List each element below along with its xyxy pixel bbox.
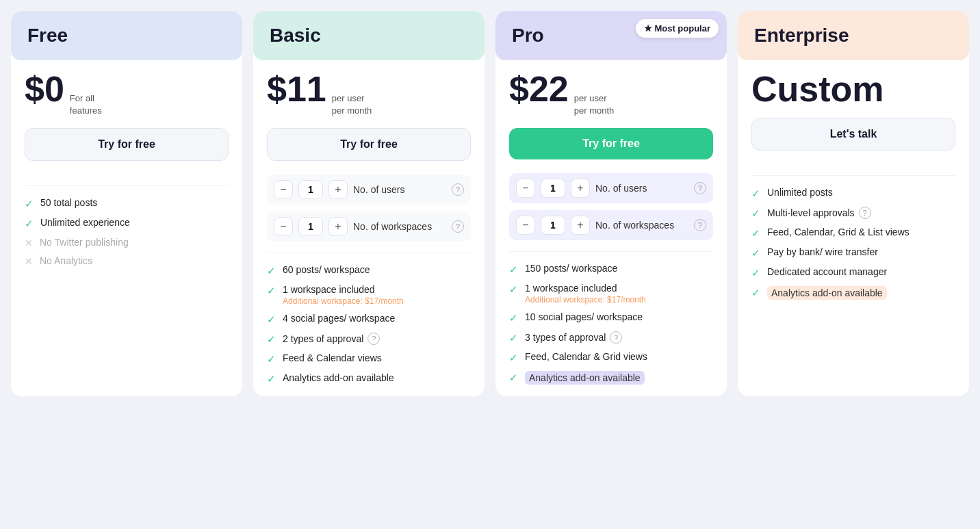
feature-list-pro: ✓150 posts/ workspace✓1 workspace includ… [509,263,713,385]
stepper-value-pro-1[interactable] [541,216,565,235]
most-popular-badge: ★ Most popular [636,19,719,38]
plan-body-enterprise: CustomLet's talk✓Unlimited posts✓Multi-l… [738,60,969,396]
plan-card-basic: Basic$11per userper monthTry for free−+N… [253,11,485,396]
feature-item-enterprise-5: ✓Analytics add-on available [751,286,955,300]
check-icon: ✓ [751,287,760,299]
feature-label-pro-3: 3 types of approval [525,332,606,343]
check-icon: ✓ [509,283,518,296]
feature-item-basic-1: ✓1 workspace includedAdditional workspac… [267,284,471,306]
stepper-value-basic-1[interactable] [298,217,323,236]
feature-text-pro-2: 10 social pages/ workspace [525,311,643,322]
feature-text-pro-5: Analytics add-on available [525,371,645,385]
info-icon-pro-0[interactable]: ? [694,182,706,194]
feature-item-pro-2: ✓10 social pages/ workspace [509,311,713,324]
feature-label-pro-4: Feed, Calendar & Grid views [525,351,647,362]
price-row-enterprise: Custom [751,71,955,107]
feature-item-free-1: ✓Unlimited experience [25,217,229,230]
feature-sub-basic-1: Additional workspace: $17/month [283,296,404,306]
feature-text-row-basic-3: 2 types of approval? [283,333,380,345]
feature-label-pro-0: 150 posts/ workspace [525,263,617,274]
feature-text-row-basic-5: Analytics add-on available [283,372,394,383]
feature-label-enterprise-1: Multi-level approvals [767,207,855,218]
check-icon: ✓ [509,263,518,276]
check-icon: ✓ [509,372,518,384]
plan-body-pro: $22per userper monthTry for free−+No. of… [495,60,727,396]
price-side-basic: per userper month [332,92,372,117]
feature-text-row-free-1: Unlimited experience [40,217,130,228]
feature-item-enterprise-2: ✓Feed, Calendar, Grid & List views [751,227,955,240]
cta-button-enterprise[interactable]: Let's talk [751,118,955,151]
price-row-free: $0For allfeatures [25,71,229,117]
feature-label-free-2: No Twitter publishing [40,237,129,248]
stepper-label-pro-0: No. of users [595,183,688,194]
stepper-minus-pro-0[interactable]: − [516,179,535,198]
stepper-minus-basic-1[interactable]: − [274,217,293,236]
check-icon: ✓ [751,227,760,240]
stepper-value-pro-0[interactable] [541,179,565,198]
stepper-label-basic-0: No. of users [353,184,446,195]
feature-text-basic-4: Feed & Calendar views [283,352,382,363]
feature-item-pro-3: ✓3 types of approval? [509,331,713,344]
feature-text-row-basic-2: 4 social pages/ workspace [283,313,395,324]
feature-info-icon-pro-3[interactable]: ? [610,331,622,344]
feature-text-row-basic-4: Feed & Calendar views [283,352,382,363]
cta-button-pro[interactable]: Try for free [509,128,713,159]
check-icon: ✓ [509,312,518,324]
cross-icon: ✕ [25,256,33,267]
feature-text-row-free-0: 50 total posts [40,197,97,208]
feature-label-basic-4: Feed & Calendar views [283,352,382,363]
feature-item-enterprise-1: ✓Multi-level approvals? [751,207,955,220]
feature-text-row-pro-0: 150 posts/ workspace [525,263,617,274]
info-icon-pro-1[interactable]: ? [694,219,706,231]
cta-button-free[interactable]: Try for free [25,128,229,161]
feature-item-basic-2: ✓4 social pages/ workspace [267,313,471,326]
feature-text-enterprise-1: Multi-level approvals? [767,207,871,219]
feature-text-row-enterprise-3: Pay by bank/ wire transfer [767,246,878,257]
stepper-value-basic-0[interactable] [298,180,323,199]
feature-info-icon-basic-3[interactable]: ? [368,333,380,345]
stepper-label-basic-1: No. of workspaces [353,221,446,232]
stepper-section-basic: −+No. of users?−+No. of workspaces? [267,175,471,242]
check-icon: ✓ [267,333,276,346]
check-icon: ✓ [509,332,518,344]
price-side-pro: per userper month [574,92,615,117]
stepper-plus-pro-0[interactable]: + [571,179,590,198]
features-divider-free [25,185,229,186]
price-desc1-basic: per user [332,92,372,105]
feature-text-pro-0: 150 posts/ workspace [525,263,617,274]
info-icon-basic-1[interactable]: ? [452,220,464,233]
feature-item-enterprise-3: ✓Pay by bank/ wire transfer [751,246,955,259]
feature-text-enterprise-0: Unlimited posts [767,187,833,198]
stepper-minus-pro-1[interactable]: − [516,216,535,235]
price-row-basic: $11per userper month [267,71,471,117]
stepper-minus-basic-0[interactable]: − [274,180,293,199]
check-icon: ✓ [751,207,760,220]
feature-label-basic-2: 4 social pages/ workspace [283,313,395,324]
feature-label-basic-1: 1 workspace included [283,284,375,295]
stepper-plus-pro-1[interactable]: + [571,216,590,235]
feature-item-basic-5: ✓Analytics add-on available [267,372,471,385]
plan-header-enterprise: Enterprise [738,11,969,60]
feature-item-pro-4: ✓Feed, Calendar & Grid views [509,351,713,364]
stepper-plus-basic-1[interactable]: + [328,217,348,236]
feature-text-enterprise-4: Dedicated account manager [767,266,887,277]
info-icon-basic-0[interactable]: ? [452,183,464,196]
stepper-plus-basic-0[interactable]: + [328,180,348,199]
cta-button-basic[interactable]: Try for free [267,128,471,161]
feature-text-row-pro-1: 1 workspace included [525,283,646,294]
feature-item-enterprise-0: ✓Unlimited posts [751,187,955,200]
plan-card-pro: Pro★ Most popular$22per userper monthTry… [495,11,727,396]
feature-text-row-pro-4: Feed, Calendar & Grid views [525,351,647,362]
feature-text-pro-4: Feed, Calendar & Grid views [525,351,647,362]
stepper-label-pro-1: No. of workspaces [595,220,688,231]
check-icon: ✓ [751,188,760,200]
pricing-grid: Free$0For allfeaturesTry for free✓50 tot… [11,11,969,396]
plan-header-basic: Basic [253,11,485,60]
feature-item-free-2: ✕No Twitter publishing [25,237,229,248]
feature-list-enterprise: ✓Unlimited posts✓Multi-level approvals?✓… [751,187,955,300]
feature-highlight-enterprise-5: Analytics add-on available [767,286,887,300]
price-row-pro: $22per userper month [509,71,713,117]
plan-name-free: Free [27,25,226,47]
check-icon: ✓ [509,352,518,364]
feature-info-icon-enterprise-1[interactable]: ? [859,207,871,219]
